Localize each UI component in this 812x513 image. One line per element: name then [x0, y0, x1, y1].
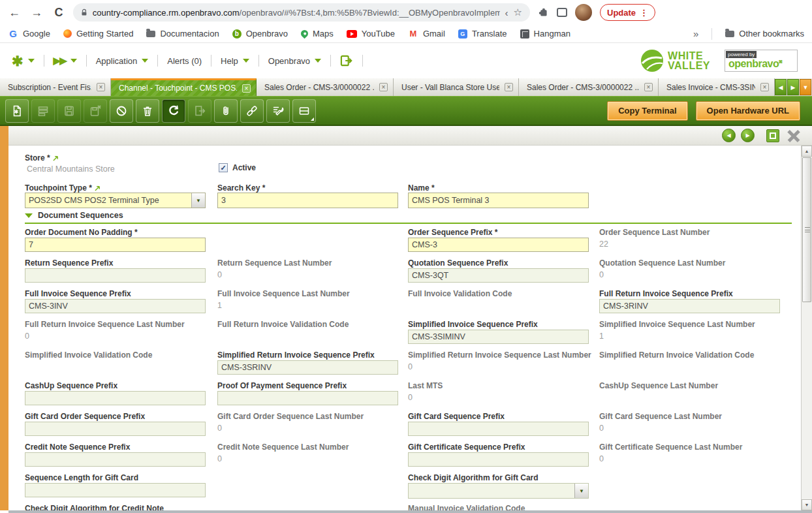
scroll-up-icon[interactable]: ▲: [802, 146, 812, 157]
logout-button[interactable]: [337, 55, 356, 67]
simplified-invoice-sequence-last-number-label: Simplified Invoice Sequence Last Number: [599, 320, 755, 329]
tab-subscription-event-fis[interactable]: Subscription - Event Fis...×: [0, 78, 111, 96]
active-checkbox[interactable]: ✓: [219, 163, 228, 172]
proof-of-payment-sequence-prefix-input[interactable]: [217, 391, 398, 405]
user-menu[interactable]: Openbravo: [266, 56, 324, 66]
tab-sales-invoice-cms-3sin[interactable]: Sales Invoice - CMS-3SIN×: [659, 78, 775, 96]
side-panel-icon[interactable]: [557, 8, 567, 17]
attachment-button[interactable]: [214, 99, 238, 123]
full-invoice-sequence-prefix-label: Full Invoice Sequence Prefix: [25, 289, 131, 298]
touchpoint-type-select[interactable]: [25, 193, 206, 208]
tab-close-icon[interactable]: ×: [97, 83, 105, 91]
favorites-menu[interactable]: ✱: [9, 54, 37, 68]
help-menu[interactable]: Help: [218, 56, 252, 66]
application-menu[interactable]: Application: [93, 56, 151, 66]
touchpoint-type-dropdown-icon[interactable]: ▼: [191, 193, 205, 208]
new-record-button[interactable]: [5, 99, 29, 123]
vertical-scrollbar[interactable]: ▲ ▼: [801, 146, 812, 510]
field-row: Check Digit Algorithm for Credit NoteMan…: [8, 501, 801, 510]
update-button[interactable]: Update⋮: [600, 4, 655, 21]
bookmark-gmail[interactable]: MGmail: [408, 29, 445, 39]
wrench-icon: [272, 104, 285, 117]
extensions-icon[interactable]: [538, 7, 549, 18]
collapse-triangle-icon[interactable]: [25, 213, 33, 218]
field-row: CashUp Sequence PrefixProof Of Payment S…: [8, 378, 801, 409]
tab-scroll-left-button[interactable]: ◀: [775, 79, 787, 95]
maximize-icon[interactable]: [766, 129, 779, 142]
recent-views-menu[interactable]: ▶▶: [51, 55, 80, 67]
bookmark-maps[interactable]: Maps: [301, 29, 334, 39]
copy-terminal-button[interactable]: Copy Terminal: [607, 101, 687, 121]
open-hardware-url-button[interactable]: Open Hardware URL: [696, 101, 800, 121]
tab-scroll-right-button[interactable]: ▶: [787, 79, 799, 95]
bookmarks-overflow-icon[interactable]: »: [693, 28, 698, 39]
bookmark-star-icon[interactable]: ☆: [514, 7, 522, 18]
share-icon[interactable]: ‹: [505, 7, 508, 18]
full-return-invoice-sequence-prefix-input[interactable]: [599, 299, 780, 313]
tab-list-button[interactable]: ▼: [800, 79, 811, 95]
bookmark-translate[interactable]: GTranslate: [458, 29, 507, 39]
form-grid-toggle-button[interactable]: [292, 99, 316, 123]
bookmark-youtube[interactable]: YouTube: [347, 29, 395, 39]
search-key-input[interactable]: [217, 193, 398, 208]
cashup-sequence-prefix-input[interactable]: [25, 391, 206, 405]
link-out-icon[interactable]: [95, 185, 101, 191]
back-icon[interactable]: ←: [7, 6, 22, 20]
gift-card-order-sequence-prefix-input[interactable]: [25, 422, 206, 436]
kebab-menu-icon[interactable]: ⋮: [640, 8, 648, 18]
return-sequence-prefix-input[interactable]: [25, 268, 206, 283]
close-form-icon[interactable]: [787, 129, 800, 142]
document-sequences-section[interactable]: Document Sequences: [25, 208, 792, 224]
avatar[interactable]: [575, 4, 592, 21]
quotation-sequence-prefix-input[interactable]: [408, 268, 589, 283]
bookmark-getting-started[interactable]: Getting Started: [63, 29, 133, 39]
previous-record-button[interactable]: ◀: [722, 129, 736, 142]
refresh-button[interactable]: [162, 99, 185, 123]
quotation-sequence-last-number-label: Quotation Sequence Last Number: [599, 258, 725, 268]
simplified-invoice-sequence-prefix-input[interactable]: [408, 330, 589, 344]
chevron-down-icon: [315, 59, 321, 63]
check-digit-algorithm-for-gift-card-select[interactable]: [408, 483, 589, 499]
bookmark-google[interactable]: GGoogle: [8, 29, 50, 39]
name-input[interactable]: [408, 193, 589, 208]
forward-icon[interactable]: →: [29, 6, 44, 20]
form-area: Store * Central Mountains Store ✓ Active…: [8, 146, 801, 510]
tab-close-icon[interactable]: ×: [379, 83, 388, 91]
alerts-menu[interactable]: Alerts (0): [164, 56, 204, 66]
check-digit-algorithm-for-gift-card-dropdown-icon[interactable]: ▼: [574, 484, 588, 498]
tab-channel-touchpoint-cms-pos[interactable]: Channel - Touchpoint - CMS POS...×: [111, 78, 257, 96]
address-bar[interactable]: country-compliance.rm.openbravo.com/open…: [73, 3, 530, 22]
touchpoint-type-label: Touchpoint Type *: [25, 183, 101, 193]
next-record-button[interactable]: ▶: [741, 129, 755, 142]
bookmark-documentacion[interactable]: Documentacion: [146, 29, 219, 39]
link-button[interactable]: [240, 99, 264, 123]
gift-card-sequence-prefix-input[interactable]: [408, 422, 589, 436]
order-sequence-prefix-input[interactable]: [408, 238, 589, 252]
credit-note-sequence-prefix-input[interactable]: [25, 452, 206, 467]
simplified-invoice-validation-code-field: Simplified Invoice Validation Code: [25, 347, 214, 378]
reload-icon[interactable]: C: [51, 6, 67, 20]
undo-button[interactable]: [110, 99, 133, 123]
scrollbar-thumb[interactable]: [802, 157, 811, 302]
tab-sales-order-cms-3-0000022[interactable]: Sales Order - CMS-3/0000022 ...×: [519, 78, 659, 96]
tab-close-icon[interactable]: ×: [760, 83, 769, 91]
link-out-icon[interactable]: [53, 155, 59, 161]
tab-sales-order-cms-3-0000022[interactable]: Sales Order - CMS-3/0000022 ...×: [257, 78, 394, 96]
tab-close-icon[interactable]: ×: [505, 83, 513, 91]
gift-certificate-sequence-prefix-input[interactable]: [408, 452, 589, 467]
delete-button[interactable]: [136, 99, 159, 123]
tools-button[interactable]: [266, 99, 290, 123]
full-invoice-sequence-prefix-input[interactable]: [25, 299, 206, 313]
sequence-length-for-gift-card-input[interactable]: [25, 483, 206, 497]
order-document-no-padding-input[interactable]: [25, 238, 206, 252]
tab-close-icon[interactable]: ×: [242, 84, 251, 93]
simplified-invoice-sequence-prefix-label: Simplified Invoice Sequence Prefix: [408, 320, 538, 329]
scroll-down-icon[interactable]: ▼: [802, 499, 812, 510]
tab-user-vall-blanca-store-user[interactable]: User - Vall Blanca Store User×: [394, 78, 519, 96]
credit-note-sequence-last-number-value: 0: [217, 454, 222, 463]
tab-close-icon[interactable]: ×: [644, 83, 653, 91]
bookmark-hangman[interactable]: Hangman: [520, 29, 570, 39]
simplified-return-invoice-sequence-prefix-input[interactable]: [217, 360, 398, 375]
other-bookmarks[interactable]: Other bookmarks: [725, 29, 804, 39]
bookmark-openbravo[interactable]: bOpenbravo: [232, 29, 288, 39]
